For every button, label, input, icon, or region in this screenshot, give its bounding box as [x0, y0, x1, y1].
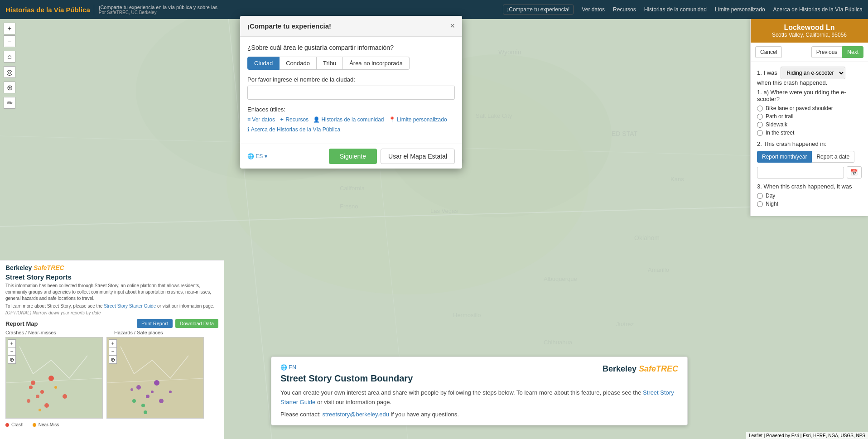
modal-actions: Siguiente Usar el Mapa Estatal — [329, 149, 455, 164]
modal-title: ¡Comparte tu experiencia! — [247, 22, 331, 30]
link-limite[interactable]: 📍 Límite personalizado — [389, 116, 447, 123]
tab-area-no-incorporada[interactable]: Área no incorporada — [343, 57, 410, 70]
useful-links-label: Enlaces útiles: — [247, 106, 455, 113]
lang-selector[interactable]: 🌐 ES ▾ — [247, 153, 267, 159]
modal-header: ¡Comparte tu experiencia! × — [240, 16, 462, 37]
modal-footer: 🌐 ES ▾ Siguiente Usar el Mapa Estatal — [240, 144, 462, 169]
tab-ciudad[interactable]: Ciudad — [247, 57, 280, 70]
city-input[interactable] — [247, 86, 455, 100]
useful-links-row2: ℹ Acerca de Historias de la Vía Pública — [247, 126, 455, 133]
link-acerca[interactable]: ℹ Acerca de Historias de la Vía Pública — [247, 126, 340, 133]
city-label: Por favor ingrese el nombre de la ciudad… — [247, 76, 455, 83]
modal-close-button[interactable]: × — [450, 21, 455, 31]
siguiente-button[interactable]: Siguiente — [329, 149, 377, 164]
link-historias[interactable]: 👤 Historias de la comunidad — [313, 116, 384, 123]
area-tabs: Ciudad Condado Tribu Área no incorporada — [247, 57, 455, 70]
modal-overlay: ¡Comparte tu experiencia! × ¿Sobre cuál … — [0, 0, 868, 439]
useful-links-row: ≡ Ver datos ✦ Recursos 👤 Historias de la… — [247, 116, 455, 123]
link-recursos[interactable]: ✦ Recursos — [280, 116, 309, 123]
link-ver-datos[interactable]: ≡ Ver datos — [247, 116, 275, 123]
tab-tribu[interactable]: Tribu — [317, 57, 343, 70]
tab-condado[interactable]: Condado — [280, 57, 317, 70]
share-experience-modal: ¡Comparte tu experiencia! × ¿Sobre cuál … — [240, 16, 462, 169]
modal-body: ¿Sobre cuál área le gustaría compartir i… — [240, 37, 462, 144]
mapa-estatal-button[interactable]: Usar el Mapa Estatal — [381, 149, 455, 164]
modal-question: ¿Sobre cuál área le gustaría compartir i… — [247, 44, 455, 51]
